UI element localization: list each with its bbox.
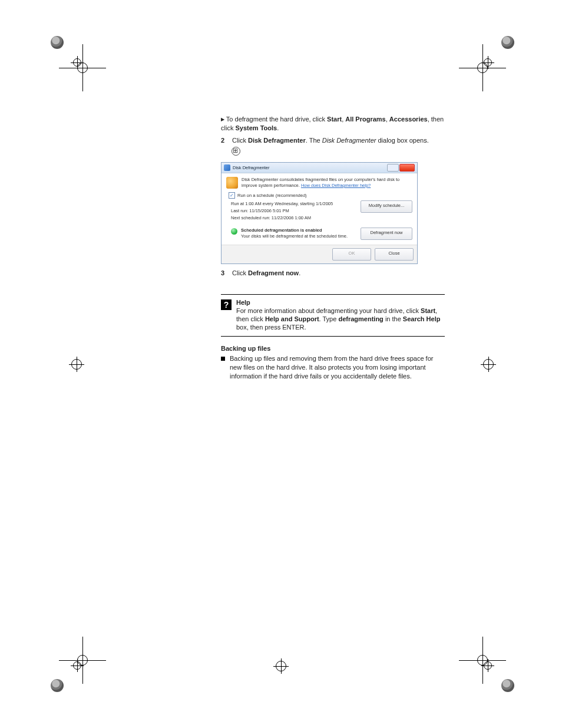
- defrag-icon: [224, 164, 230, 171]
- defragment-now-button[interactable]: Defragment now: [361, 228, 412, 240]
- dialog-titlebar: Disk Defragmenter: [222, 163, 417, 173]
- schedule-line-3: Next scheduled run: 11/22/2006 1:00 AM: [231, 215, 361, 222]
- status-ok-icon: [231, 228, 237, 235]
- schedule-line-1: Run at 1:00 AM every Wednesday, starting…: [231, 200, 361, 207]
- status-text: Scheduled defragmentation is enabled You…: [241, 228, 357, 239]
- step-2-text: Click Disk Defragmenter. The Disk Defrag…: [232, 137, 429, 144]
- crop-mark-mid-bottom: [263, 648, 299, 684]
- backup-heading: Backing up files: [221, 345, 445, 352]
- caret-icon: ▶: [221, 117, 224, 122]
- ok-button[interactable]: OK: [332, 248, 371, 261]
- crop-mark-bottom-left: [59, 637, 106, 684]
- help-link[interactable]: How does Disk Defragmenter help?: [301, 183, 371, 188]
- schedule-checkbox[interactable]: [229, 192, 235, 199]
- page-content: ▶ To defragment the hard drive, click St…: [221, 115, 445, 381]
- windows-logo-icon: [232, 147, 240, 156]
- bullet-icon: [221, 357, 225, 361]
- step-1-text: To defragment the hard drive, click Star…: [221, 116, 444, 131]
- dialog-title: Disk Defragmenter: [233, 165, 387, 170]
- help-callout: ? Help For more information about defrag…: [221, 294, 445, 337]
- step-number-3: 3: [221, 269, 230, 278]
- crop-mark-top-left: [59, 44, 106, 91]
- start-icon-note: [230, 147, 445, 156]
- defrag-large-icon: [226, 177, 238, 189]
- schedule-lines: Run at 1:00 AM every Wednesday, starting…: [226, 200, 361, 222]
- disk-defragmenter-dialog: Disk Defragmenter Disk Defragmenter cons…: [221, 162, 445, 264]
- backup-bullet-text: Backing up files and removing them from …: [230, 354, 445, 381]
- step-number-2: 2: [221, 136, 230, 145]
- schedule-line-2: Last run: 11/15/2006 5:01 PM: [231, 207, 361, 215]
- backup-section: Backing up files Backing up files and re…: [221, 345, 445, 381]
- step-3: 3 Click Defragment now.: [221, 269, 445, 278]
- crop-mark-top-right: [459, 44, 506, 91]
- close-footer-button[interactable]: Close: [375, 248, 414, 261]
- close-button[interactable]: [399, 164, 415, 172]
- minimize-button[interactable]: [387, 164, 399, 172]
- help-text: Help For more information about defragme…: [236, 298, 445, 331]
- step-1: ▶ To defragment the hard drive, click St…: [221, 115, 445, 133]
- dialog-description: Disk Defragmenter consolidates fragmente…: [242, 177, 412, 189]
- crop-mark-mid-right: [471, 347, 506, 382]
- schedule-checkbox-label: Run on a schedule (recommended): [237, 193, 307, 198]
- crop-mark-bottom-right: [459, 637, 506, 684]
- step-3-text: Click Defragment now.: [232, 269, 300, 276]
- modify-schedule-button[interactable]: Modify schedule...: [361, 200, 412, 213]
- step-2: 2 Click Disk Defragmenter. The Disk Defr…: [221, 136, 445, 145]
- help-icon: ?: [221, 299, 232, 310]
- crop-mark-mid-left: [59, 347, 94, 382]
